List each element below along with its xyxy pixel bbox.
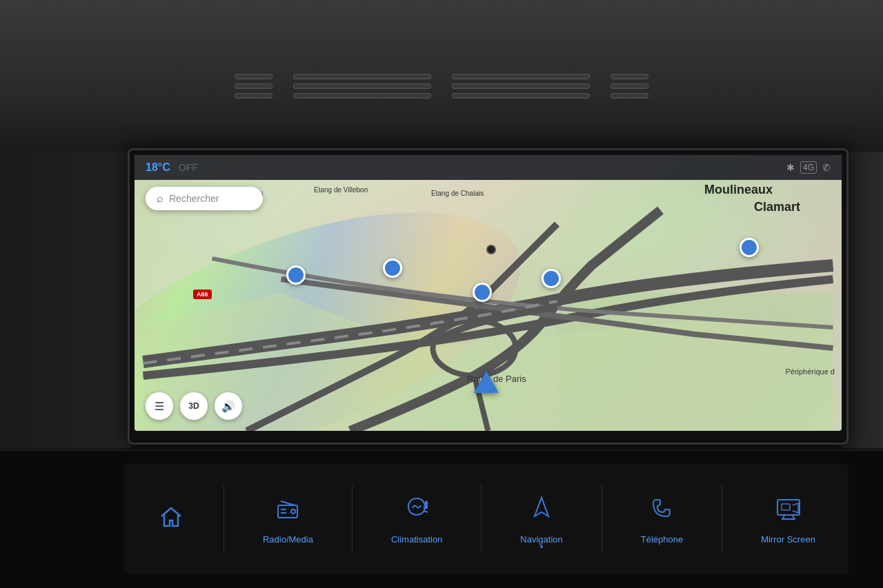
bluetooth-icon: ✱ <box>786 162 795 173</box>
map-label-chalais: Etang de Chalais <box>431 190 484 197</box>
bottom-bar: Radio/Media Climatisation <box>0 450 883 588</box>
radio-icon <box>274 494 301 527</box>
vent-slat <box>452 83 590 89</box>
svg-point-4 <box>291 509 295 514</box>
separator-5 <box>722 485 722 554</box>
vent-slat <box>611 74 648 79</box>
separator-4 <box>602 485 602 554</box>
status-bar: 18°C OFF ✱ 4G ✆ <box>135 155 842 180</box>
network-icon: 4G <box>800 161 817 174</box>
vent-area <box>0 0 883 152</box>
vent-slat <box>611 83 648 89</box>
location-pin-5 <box>740 238 759 257</box>
climate-icon <box>403 494 430 527</box>
vent-slat <box>235 93 272 99</box>
vent-slat <box>293 93 431 99</box>
navigation-icon <box>528 494 555 527</box>
sound-button[interactable]: 🔊 <box>215 392 242 420</box>
navigation-screen[interactable]: Moulineaux Clamart Etang des Ecrevisses … <box>135 155 842 431</box>
location-dot <box>486 245 496 254</box>
left-panel <box>0 152 131 448</box>
view-mode-button[interactable]: 3D <box>180 392 208 420</box>
nav-item-home[interactable] <box>157 503 185 536</box>
map-label-villebon: Etang de Villebon <box>314 186 368 194</box>
separator-1 <box>224 485 224 554</box>
nav-label-telephone: Téléphone <box>641 534 683 545</box>
svg-line-6 <box>424 511 428 512</box>
road-badge-a66: A66 <box>193 290 212 299</box>
home-icon <box>157 503 185 536</box>
vent-slat <box>452 93 590 99</box>
separator-2 <box>352 485 353 554</box>
vent-slat <box>235 74 272 79</box>
search-icon: ⌕ <box>157 192 163 205</box>
signal-icon: ✆ <box>822 162 831 173</box>
nav-item-climatisation[interactable]: Climatisation <box>391 494 442 545</box>
view-mode-label: 3D <box>188 401 199 411</box>
vent-slat <box>235 83 272 89</box>
svg-rect-3 <box>278 505 297 518</box>
map-controls: ☰ 3D 🔊 <box>146 392 242 420</box>
nav-label-navigation: Navigation <box>520 534 562 545</box>
navigation-arrow <box>474 371 499 393</box>
nav-label-climate: Climatisation <box>391 534 442 545</box>
map-label-clamart: Clamart <box>754 200 800 214</box>
nav-item-telephone[interactable]: Téléphone <box>641 494 683 545</box>
menu-button[interactable]: ☰ <box>146 392 173 420</box>
vent-slat <box>611 93 648 99</box>
map-label-moulineaux: Moulineaux <box>704 183 773 197</box>
svg-rect-9 <box>782 504 790 510</box>
nav-item-mirror-screen[interactable]: Mirror Screen <box>761 494 815 545</box>
temperature-display: 18°C <box>146 161 170 174</box>
location-pin-4 <box>542 269 561 288</box>
map-label-peripherique: Périphérique d <box>785 367 835 376</box>
nav-item-navigation[interactable]: Navigation <box>520 494 562 545</box>
mirror-screen-icon <box>775 494 802 527</box>
vent-slat <box>293 83 431 89</box>
status-icons: ✱ 4G ✆ <box>786 161 831 174</box>
search-bar[interactable]: ⌕ Rechercher <box>146 187 263 210</box>
power-state: OFF <box>179 162 198 173</box>
search-placeholder: Rechercher <box>169 193 219 204</box>
nav-label-mirror: Mirror Screen <box>761 534 815 545</box>
bottom-nav: Radio/Media Climatisation <box>124 464 849 574</box>
phone-icon <box>648 494 675 527</box>
nav-label-radio: Radio/Media <box>263 534 313 545</box>
nav-item-radio-media[interactable]: Radio/Media <box>263 494 313 545</box>
separator-3 <box>481 485 482 554</box>
location-pin-3 <box>473 283 492 302</box>
location-pin-1 <box>286 265 306 285</box>
vent-slat <box>452 74 590 79</box>
location-pin-2 <box>383 258 402 278</box>
vent-slat <box>293 74 431 79</box>
